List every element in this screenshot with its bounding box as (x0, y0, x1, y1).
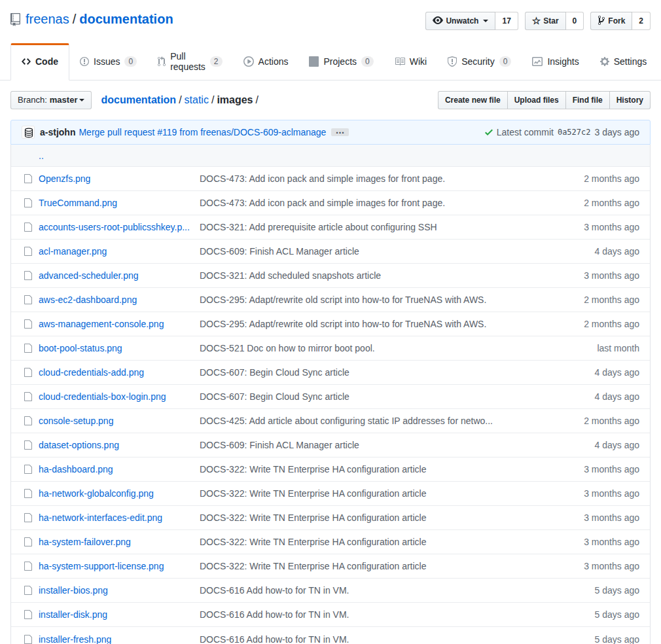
settings-icon (600, 56, 614, 67)
repo-header: freenas / documentation Unwatch 17 ☆ Sta… (0, 0, 661, 30)
tab-code[interactable]: Code (10, 43, 69, 80)
unwatch-button[interactable]: Unwatch (425, 12, 495, 30)
commit-message-link[interactable]: DOCS-473: Add icon pack and simple image… (200, 173, 445, 184)
tab-pull-requests[interactable]: Pull requests2 (147, 43, 232, 80)
table-row: aws-management-console.png DOCS-295: Ada… (11, 312, 650, 336)
watch-group: Unwatch 17 (425, 12, 518, 30)
up-directory-link[interactable]: .. (39, 151, 44, 161)
file-age: 3 months ago (552, 488, 650, 499)
commit-message-link[interactable]: DOCS-322: Write TN Enterprise HA configu… (200, 561, 427, 571)
commit-sha-link[interactable]: 0a527c2 (558, 128, 591, 137)
file-name-link[interactable]: ha-network-globalconfig.png (39, 488, 154, 499)
commit-message-link[interactable]: DOCS-473: Add icon pack and simple image… (200, 198, 445, 208)
file-age: 5 days ago (552, 585, 650, 596)
file-name-link[interactable]: TrueCommand.png (39, 198, 117, 208)
file-icon (11, 488, 39, 499)
pr-link[interactable]: #119 (157, 127, 177, 137)
history-button[interactable]: History (609, 91, 651, 109)
table-row: accounts-users-root-publicsshkey.p... DO… (11, 215, 650, 240)
commit-expander-button[interactable]: … (331, 128, 349, 136)
file-name-link[interactable]: ha-network-interfaces-edit.png (39, 512, 162, 523)
commit-author-link[interactable]: a-stjohn (40, 127, 75, 137)
repo-owner-link[interactable]: freenas (26, 12, 69, 27)
file-age: last month (552, 343, 650, 353)
commit-message-link[interactable]: DOCS-616 Add how-to for TN in VM. (200, 609, 349, 620)
file-age: 3 months ago (552, 222, 650, 232)
file-icon (11, 198, 39, 208)
commit-message-link[interactable]: DOCS-425: Add article about configuring … (200, 416, 493, 426)
file-name-link[interactable]: advanced-scheduler.png (39, 270, 139, 281)
file-name-link[interactable]: Openzfs.png (39, 173, 90, 184)
breadcrumb-static[interactable]: static (185, 94, 209, 105)
file-age: 3 months ago (552, 464, 650, 474)
commit-message-link[interactable]: DOCS-521 Doc on how to mirror boot pool. (200, 343, 375, 353)
commit-message-link[interactable]: from freenas/DOCS-609-aclmanage (177, 127, 326, 137)
star-label: Star (543, 14, 558, 27)
commit-message-link[interactable]: DOCS-322: Write TN Enterprise HA configu… (200, 537, 427, 547)
chevron-down-icon (483, 20, 488, 22)
table-row: Openzfs.png DOCS-473: Add icon pack and … (11, 167, 650, 191)
file-name-link[interactable]: acl-manager.png (39, 246, 107, 257)
commit-message-link[interactable]: Merge pull request (79, 127, 157, 137)
file-name-link[interactable]: cloud-credentials-add.png (39, 367, 144, 378)
commit-message-link[interactable]: DOCS-607: Begin Cloud Sync article (200, 391, 349, 402)
commit-message-link[interactable]: DOCS-321: Add prerequisite article about… (200, 222, 437, 232)
file-name-link[interactable]: installer-fresh.png (39, 634, 111, 644)
commit-message-link[interactable]: DOCS-322: Write TN Enterprise HA configu… (200, 488, 427, 499)
table-row: acl-manager.png DOCS-609: Finish ACL Man… (11, 240, 650, 264)
file-name-link[interactable]: ha-system-support-license.png (39, 561, 164, 571)
commit-message-link[interactable]: DOCS-295: Adapt/rewrite old script into … (200, 295, 486, 305)
commit-message-link[interactable]: DOCS-295: Adapt/rewrite old script into … (200, 319, 486, 329)
branch-name: master (50, 94, 78, 106)
file-icon (11, 391, 39, 402)
chevron-down-icon (79, 99, 84, 101)
commit-message-link[interactable]: DOCS-616 Add how-to for TN in VM. (200, 585, 349, 596)
file-age: 4 days ago (552, 391, 650, 402)
fork-button[interactable]: Fork (590, 12, 632, 30)
commit-message-link[interactable]: DOCS-609: Finish ACL Manager article (200, 440, 359, 450)
file-rows: Openzfs.png DOCS-473: Add icon pack and … (11, 167, 650, 644)
tab-label: Projects (323, 56, 357, 67)
tab-wiki[interactable]: Wiki (384, 43, 437, 80)
commit-message-link[interactable]: DOCS-321: Add scheduled snapshots articl… (200, 270, 381, 281)
tab-issues[interactable]: Issues0 (69, 43, 147, 80)
avatar[interactable] (22, 126, 35, 139)
file-age: 2 months ago (552, 295, 650, 305)
file-name-link[interactable]: installer-bios.png (39, 585, 108, 596)
tab-security[interactable]: Security0 (437, 43, 522, 80)
file-name-link[interactable]: console-setup.png (39, 416, 113, 426)
commit-message-link[interactable]: DOCS-616 Add how-to for TN in VM. (200, 634, 349, 644)
tab-settings[interactable]: Settings (590, 43, 658, 80)
file-name-link[interactable]: boot-pool-status.png (39, 343, 122, 353)
tab-insights[interactable]: Insights (522, 43, 589, 80)
commit-message-link[interactable]: DOCS-322: Write TN Enterprise HA configu… (200, 464, 427, 474)
tab-projects[interactable]: Projects0 (298, 43, 384, 80)
upload-files-button[interactable]: Upload files (507, 91, 566, 109)
file-name-link[interactable]: installer-disk.png (39, 609, 107, 620)
file-icon (11, 634, 39, 644)
repo-name-link[interactable]: documentation (79, 12, 173, 27)
find-file-button[interactable]: Find file (565, 91, 610, 109)
star-button[interactable]: ☆ Star (525, 12, 566, 30)
file-name-link[interactable]: aws-management-console.png (39, 319, 164, 329)
file-name-link[interactable]: dataset-options.png (39, 440, 119, 450)
file-name-link[interactable]: ha-system-failover.png (39, 537, 131, 547)
watchers-count[interactable]: 17 (495, 12, 518, 30)
table-row: installer-disk.png DOCS-616 Add how-to f… (11, 603, 650, 627)
commit-message-link[interactable]: DOCS-607: Begin Cloud Sync article (200, 367, 349, 378)
file-age: 2 months ago (552, 198, 650, 208)
forks-count[interactable]: 2 (632, 12, 651, 30)
file-name-link[interactable]: cloud-credentials-box-login.png (39, 391, 166, 402)
stars-count[interactable]: 0 (566, 12, 584, 30)
commit-message-link[interactable]: DOCS-322: Write TN Enterprise HA configu… (200, 512, 427, 523)
file-name-link[interactable]: aws-ec2-dashboard.png (39, 295, 137, 305)
breadcrumb-images: images (217, 94, 253, 105)
create-new-file-button[interactable]: Create new file (438, 91, 508, 109)
file-name-link[interactable]: ha-dashboard.png (39, 464, 113, 474)
breadcrumb-documentation[interactable]: documentation (101, 94, 176, 105)
tab-actions[interactable]: Actions (233, 43, 299, 80)
commit-message-link[interactable]: DOCS-609: Finish ACL Manager article (200, 246, 359, 257)
file-name-link[interactable]: accounts-users-root-publicsshkey.p... (39, 222, 190, 232)
branch-selector[interactable]: Branch: master (10, 91, 92, 109)
table-row: ha-system-support-license.png DOCS-322: … (11, 554, 650, 579)
